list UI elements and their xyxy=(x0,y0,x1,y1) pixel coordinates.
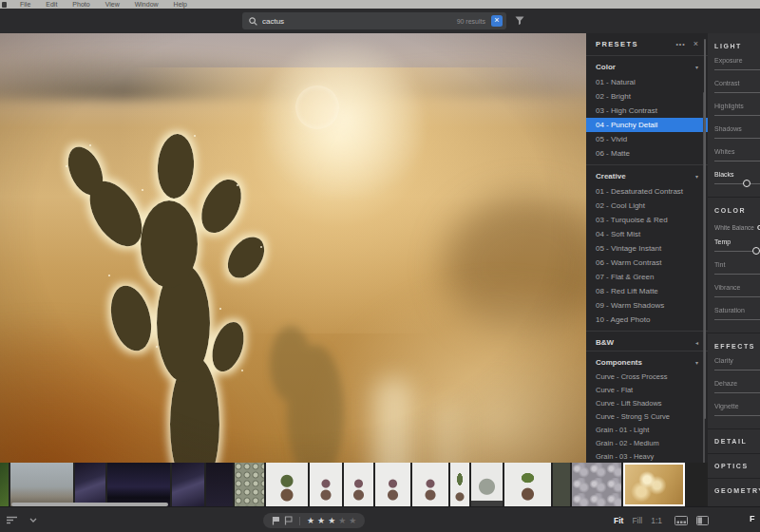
preset-group-header[interactable]: Color ▾ xyxy=(586,59,708,75)
filmstrip-thumb[interactable] xyxy=(572,463,621,506)
edit-slider[interactable]: Whites xyxy=(708,145,760,168)
preset-item[interactable]: 03 - Turquoise & Red xyxy=(586,213,708,227)
clear-search-button[interactable]: × xyxy=(491,15,503,27)
menu-item[interactable]: Help xyxy=(166,0,195,9)
menu-item[interactable]: Edit xyxy=(38,0,65,9)
preset-item[interactable]: 01 - Desaturated Contrast xyxy=(586,184,708,199)
reject-flag-icon[interactable] xyxy=(284,516,293,525)
preset-item[interactable]: 05 - Vintage Instant xyxy=(586,241,708,256)
preset-item[interactable]: Curve - Cross Process xyxy=(586,370,708,384)
sort-lines-icon[interactable] xyxy=(7,516,18,524)
edit-section-collapsed[interactable]: OPTICS xyxy=(708,453,760,469)
filmstrip-thumb[interactable] xyxy=(75,463,105,506)
filmstrip-thumb[interactable] xyxy=(412,463,448,506)
zoom-mode[interactable]: 1:1 xyxy=(651,516,662,525)
edit-slider[interactable]: Dehaze xyxy=(708,377,760,400)
slider-track[interactable] xyxy=(714,392,760,393)
menu-item[interactable]: File xyxy=(12,0,38,9)
filmstrip-thumb[interactable] xyxy=(235,463,264,506)
edit-panel-scrollbar[interactable] xyxy=(704,39,706,419)
chevron-down-icon[interactable]: ▾ xyxy=(695,64,698,70)
chevron-down-icon[interactable]: ▾ xyxy=(695,359,698,366)
preset-item[interactable]: 05 - Vivid xyxy=(586,132,708,146)
chevron-down-icon[interactable]: ▾ xyxy=(695,173,698,180)
edit-slider[interactable]: Contrast xyxy=(708,77,760,100)
pick-flag-icon[interactable] xyxy=(272,516,280,525)
edit-slider[interactable]: Highlights xyxy=(708,100,760,123)
preset-item[interactable]: 07 - Flat & Green xyxy=(586,270,708,284)
edit-slider[interactable]: Saturation xyxy=(708,304,760,327)
filmstrip-thumb[interactable] xyxy=(10,463,73,506)
zoom-mode[interactable]: Fill xyxy=(632,516,642,525)
slider-track[interactable] xyxy=(714,274,760,275)
filmstrip-thumb[interactable] xyxy=(375,463,410,506)
filmstrip-thumb[interactable] xyxy=(266,463,308,506)
ellipsis-icon[interactable]: ••• xyxy=(675,41,685,48)
preset-item[interactable]: Grain - 03 - Heavy xyxy=(586,450,708,463)
preset-item[interactable]: Curve - Flat xyxy=(586,384,708,397)
close-icon[interactable]: × xyxy=(694,40,698,48)
filmstrip-thumb[interactable] xyxy=(450,463,469,506)
slider-track[interactable] xyxy=(714,296,760,297)
preset-item[interactable]: 03 - High Contrast xyxy=(586,104,708,118)
chevron-down-icon[interactable] xyxy=(29,518,37,522)
edit-slider[interactable]: Vibrance xyxy=(708,281,760,304)
edit-slider[interactable]: Vignette xyxy=(708,400,760,423)
slider-track[interactable] xyxy=(714,319,760,320)
filmstrip-thumb[interactable] xyxy=(344,463,373,506)
preset-item[interactable]: 02 - Cool Light xyxy=(586,199,708,213)
preset-item[interactable]: 06 - Matte xyxy=(586,146,708,161)
edit-slider[interactable]: Clarity xyxy=(708,354,760,377)
preset-item[interactable]: Curve - Strong S Curve xyxy=(586,410,708,424)
star-icon[interactable]: ★ xyxy=(338,513,346,528)
apple-menu-icon[interactable] xyxy=(2,2,7,8)
preset-item[interactable]: Curve - Lift Shadows xyxy=(586,397,708,410)
filmstrip-thumb[interactable] xyxy=(623,463,685,506)
edit-slider[interactable]: Blacks xyxy=(708,168,760,191)
preset-group-header[interactable]: Components ▾ xyxy=(586,354,708,370)
star-icon[interactable]: ★ xyxy=(349,513,356,528)
preset-item[interactable]: 08 - Red Lift Matte xyxy=(586,284,708,298)
slider-track[interactable] xyxy=(714,138,760,139)
zoom-mode[interactable]: Fit xyxy=(614,516,623,525)
filmstrip-thumb[interactable] xyxy=(310,463,342,506)
star-icon[interactable]: ★ xyxy=(328,513,335,528)
preset-item[interactable]: Grain - 01 - Light xyxy=(586,424,708,437)
slider-track[interactable] xyxy=(714,115,760,116)
slider-track[interactable] xyxy=(714,370,760,370)
filter-funnel-icon[interactable] xyxy=(515,16,524,26)
preset-item[interactable]: 01 - Natural xyxy=(586,75,708,89)
edit-slider[interactable]: Exposure xyxy=(708,54,760,77)
photo-canvas[interactable] xyxy=(0,33,586,463)
slider-track[interactable] xyxy=(714,69,760,70)
star-icon[interactable]: ★ xyxy=(307,513,314,528)
menu-item[interactable]: Window xyxy=(127,0,166,9)
before-after-compare-icon[interactable] xyxy=(696,516,709,525)
slider-track[interactable] xyxy=(714,92,760,93)
preset-item[interactable]: 04 - Punchy Detail xyxy=(586,118,708,132)
edit-slider[interactable]: Temp xyxy=(708,236,760,258)
filmstrip-thumb[interactable] xyxy=(172,463,204,506)
preset-group-header[interactable]: Creative ▾ xyxy=(586,168,708,184)
slider-track[interactable] xyxy=(714,161,760,162)
slider-knob[interactable] xyxy=(752,247,760,255)
preset-item[interactable]: 10 - Aged Photo xyxy=(586,313,708,327)
slider-knob[interactable] xyxy=(743,180,750,187)
edit-slider[interactable]: Tint xyxy=(708,258,760,281)
filmstrip-thumb[interactable] xyxy=(471,463,503,506)
star-icon[interactable]: ★ xyxy=(317,513,325,528)
grid-view-icon[interactable] xyxy=(674,516,688,525)
filmstrip-thumb[interactable] xyxy=(553,463,570,506)
edit-section-collapsed[interactable]: GEOMETRY xyxy=(708,478,760,494)
white-balance-row[interactable]: White Balance Cu xyxy=(708,218,760,236)
preset-item[interactable]: 04 - Soft Mist xyxy=(586,227,708,241)
search-box[interactable]: 90 results × xyxy=(242,12,506,29)
edit-slider[interactable]: Shadows xyxy=(708,123,760,145)
filmstrip-scrollbar[interactable] xyxy=(11,503,168,506)
preset-item[interactable]: 06 - Warm Contrast xyxy=(586,256,708,270)
filmstrip-thumb[interactable] xyxy=(107,463,170,506)
filmstrip-thumb[interactable] xyxy=(0,463,9,506)
preset-group-header[interactable]: B&W ◂ xyxy=(586,334,708,351)
slider-track[interactable] xyxy=(714,415,760,416)
search-input[interactable] xyxy=(262,17,395,26)
